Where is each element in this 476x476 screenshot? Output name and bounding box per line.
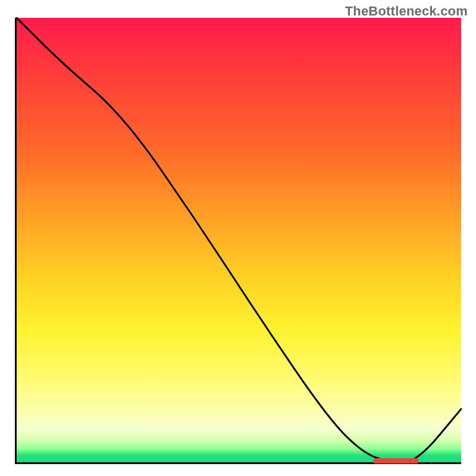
curve-svg bbox=[17, 18, 461, 462]
chart-container: TheBottleneck.com bbox=[0, 0, 476, 476]
bottleneck-curve bbox=[17, 18, 461, 462]
attribution-text: TheBottleneck.com bbox=[345, 4, 468, 19]
plot-area bbox=[15, 18, 461, 464]
optimal-range-marker bbox=[374, 458, 418, 464]
